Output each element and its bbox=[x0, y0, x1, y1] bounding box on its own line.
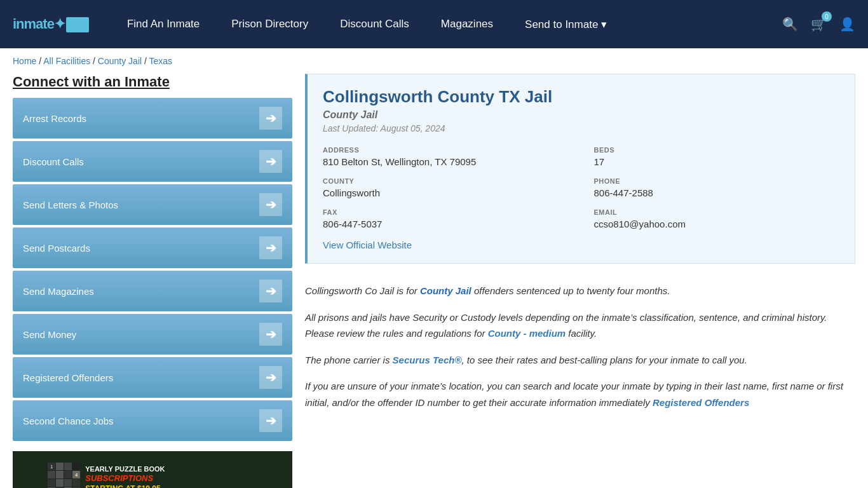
ad-content: YEARLY PUZZLE BOOK SUBSCRIPTIONS STARTIN… bbox=[85, 464, 257, 488]
nav-links: Find An Inmate Prison Directory Discount… bbox=[127, 18, 757, 31]
address-value: 810 Belton St, Wellington, TX 79095 bbox=[323, 156, 569, 167]
email-value: ccso810@yahoo.com bbox=[594, 219, 840, 229]
fax-block: FAX 806-447-5037 bbox=[323, 208, 569, 229]
county-medium-link[interactable]: County - medium bbox=[488, 328, 566, 339]
sidebar-item-discount-calls[interactable]: Discount Calls ➔ bbox=[13, 141, 292, 182]
sidebar-item-second-chance-jobs[interactable]: Second Chance Jobs ➔ bbox=[13, 400, 292, 441]
chevron-right-icon: ➔ bbox=[259, 366, 282, 389]
facility-description: Collingsworth Co Jail is for County Jail… bbox=[305, 276, 855, 427]
sidebar-item-send-magazines[interactable]: Send Magazines ➔ bbox=[13, 271, 292, 311]
main-container: Connect with an Inmate Arrest Records ➔ … bbox=[0, 74, 868, 488]
content-panel: Collingsworth County TX Jail County Jail… bbox=[305, 74, 855, 488]
breadcrumb-county-jail[interactable]: County Jail bbox=[98, 56, 142, 66]
sidebar-item-arrest-records[interactable]: Arrest Records ➔ bbox=[13, 98, 292, 139]
sidebar-item-registered-offenders[interactable]: Registered Offenders ➔ bbox=[13, 357, 292, 398]
beds-block: BEDS 17 bbox=[594, 146, 840, 167]
phone-value: 806-447-2588 bbox=[594, 187, 840, 198]
sidebar-item-send-money[interactable]: Send Money ➔ bbox=[13, 314, 292, 355]
facility-card: Collingsworth County TX Jail County Jail… bbox=[305, 74, 855, 264]
website-row: View Official Website bbox=[323, 240, 839, 250]
ad-banner[interactable]: 1 4 9 bbox=[13, 451, 292, 488]
search-icon[interactable]: 🔍 bbox=[782, 17, 798, 32]
registered-offenders-link[interactable]: Registered Offenders bbox=[653, 397, 749, 408]
sidebar-title: Connect with an Inmate bbox=[13, 74, 292, 90]
send-to-inmate-link[interactable]: Send to Inmate ▾ bbox=[525, 18, 607, 31]
cart-badge: 0 bbox=[822, 11, 832, 22]
sidebar-item-send-postcards[interactable]: Send Postcards ➔ bbox=[13, 227, 292, 268]
magazines-link[interactable]: Magazines bbox=[441, 18, 493, 31]
main-navigation: inmate✦AID Find An Inmate Prison Directo… bbox=[0, 0, 868, 48]
site-logo[interactable]: inmate✦AID bbox=[13, 16, 89, 32]
facility-type: County Jail bbox=[323, 109, 839, 121]
county-value: Collingsworth bbox=[323, 187, 569, 198]
view-website-link[interactable]: View Official Website bbox=[323, 240, 412, 250]
beds-value: 17 bbox=[594, 156, 840, 167]
fax-value: 806-447-5037 bbox=[323, 219, 569, 229]
sidebar: Connect with an Inmate Arrest Records ➔ … bbox=[13, 74, 292, 488]
user-icon[interactable]: 👤 bbox=[839, 17, 855, 32]
facility-name: Collingsworth County TX Jail bbox=[323, 87, 839, 107]
cart-icon[interactable]: 🛒 0 bbox=[811, 17, 827, 32]
sidebar-menu: Arrest Records ➔ Discount Calls ➔ Send L… bbox=[13, 98, 292, 441]
facility-info-grid: ADDRESS 810 Belton St, Wellington, TX 79… bbox=[323, 146, 839, 229]
nav-actions: 🔍 🛒 0 👤 bbox=[782, 17, 855, 32]
breadcrumb-all-facilities[interactable]: All Facilities bbox=[43, 56, 90, 66]
chevron-right-icon: ➔ bbox=[259, 323, 282, 346]
chevron-right-icon: ➔ bbox=[259, 236, 282, 259]
sidebar-item-send-letters[interactable]: Send Letters & Photos ➔ bbox=[13, 184, 292, 225]
chevron-right-icon: ➔ bbox=[259, 193, 282, 216]
address-block: ADDRESS 810 Belton St, Wellington, TX 79… bbox=[323, 146, 569, 167]
breadcrumb: Home / All Facilities / County Jail / Te… bbox=[0, 48, 868, 74]
phone-block: PHONE 806-447-2588 bbox=[594, 177, 840, 198]
chevron-right-icon: ➔ bbox=[259, 107, 282, 130]
securus-link[interactable]: Securus Tech® bbox=[393, 355, 462, 365]
chevron-right-icon: ➔ bbox=[259, 150, 282, 173]
breadcrumb-home[interactable]: Home bbox=[13, 56, 36, 66]
chevron-right-icon: ➔ bbox=[259, 409, 282, 432]
county-block: COUNTY Collingsworth bbox=[323, 177, 569, 198]
facility-last-updated: Last Updated: August 05, 2024 bbox=[323, 123, 839, 133]
breadcrumb-state[interactable]: Texas bbox=[149, 56, 173, 66]
email-block: EMAIL ccso810@yahoo.com bbox=[594, 208, 840, 229]
chevron-right-icon: ➔ bbox=[259, 280, 282, 302]
prison-directory-link[interactable]: Prison Directory bbox=[231, 18, 308, 31]
find-inmate-link[interactable]: Find An Inmate bbox=[127, 18, 200, 31]
discount-calls-link[interactable]: Discount Calls bbox=[340, 18, 409, 31]
